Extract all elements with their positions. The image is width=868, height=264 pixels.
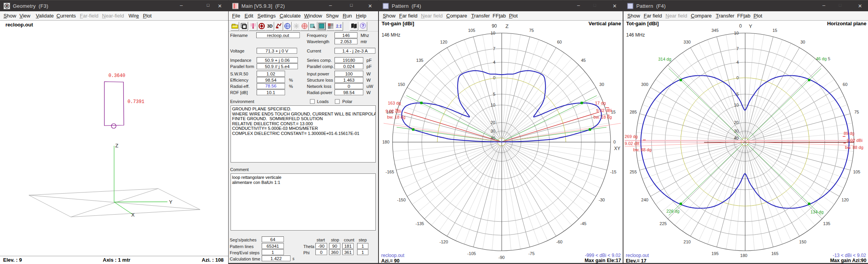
svg-text:75: 75	[529, 28, 534, 33]
svg-text:10: 10	[734, 103, 739, 107]
svg-text:210: 210	[683, 240, 690, 244]
svg-text:225: 225	[660, 221, 667, 226]
svg-text:180: 180	[382, 140, 389, 144]
svg-text:120: 120	[842, 198, 849, 202]
svg-text:X: X	[131, 212, 135, 218]
svg-text:330: 330	[683, 40, 690, 44]
svg-text:10: 10	[491, 103, 495, 107]
svg-text:0.7391: 0.7391	[127, 99, 144, 105]
svg-text:105: 105	[853, 170, 860, 174]
svg-text:105: 105	[468, 28, 475, 33]
svg-text:10: 10	[734, 31, 739, 35]
svg-text:Y: Y	[169, 199, 173, 205]
svg-text:7: 7	[493, 46, 495, 51]
svg-text:300: 300	[641, 82, 648, 87]
svg-text:163 dg: 163 dg	[388, 101, 401, 105]
svg-text:46 dg: 46 dg	[816, 56, 827, 61]
svg-text:345: 345	[711, 28, 718, 33]
svg-text:90: 90	[492, 23, 497, 29]
svg-text:75: 75	[854, 110, 859, 114]
svg-text:9.02 dBi: 9.02 dBi	[596, 108, 612, 113]
svg-text:40: 40	[734, 136, 739, 140]
svg-text:285: 285	[630, 110, 637, 114]
svg-text:-165: -165	[386, 170, 394, 174]
svg-text:60: 60	[843, 82, 847, 87]
svg-text:30: 30	[800, 40, 805, 44]
svg-text:-90: -90	[498, 255, 505, 260]
svg-text:240: 240	[641, 198, 648, 202]
svg-text:0: 0	[739, 23, 742, 29]
svg-text:3D: 3D	[267, 24, 273, 28]
svg-text:bw. 88 dg: bw. 88 dg	[633, 147, 651, 152]
svg-text:-30: -30	[599, 198, 605, 202]
svg-text:45: 45	[581, 58, 586, 63]
svg-text:?: ?	[362, 23, 364, 28]
svg-text:165: 165	[771, 251, 778, 256]
svg-text:15: 15	[773, 28, 777, 33]
svg-text:Y: Y	[749, 23, 752, 29]
svg-text:134 dg: 134 dg	[810, 210, 824, 214]
svg-text:135: 135	[823, 221, 830, 226]
svg-text:-150: -150	[397, 198, 406, 202]
svg-text:0: 0	[613, 140, 616, 144]
svg-text:180: 180	[740, 253, 747, 258]
svg-text:XY: XY	[614, 146, 620, 151]
svg-text:20: 20	[491, 120, 495, 125]
svg-text:-60: -60	[556, 240, 563, 244]
svg-text:bw. 88 dg: bw. 88 dg	[845, 145, 863, 150]
svg-text:-15: -15	[610, 170, 616, 174]
svg-text:120: 120	[440, 40, 447, 44]
svg-text:255: 255	[630, 170, 637, 174]
svg-text:9.02 dBi: 9.02 dBi	[847, 138, 863, 143]
svg-text:4: 4	[736, 60, 739, 65]
svg-text:-75: -75	[528, 251, 535, 256]
svg-text:1:1: 1:1	[336, 24, 342, 28]
svg-text:-45: -45	[580, 221, 586, 226]
svg-text:150: 150	[799, 240, 806, 244]
svg-text:150: 150	[398, 82, 405, 87]
svg-text:bw. 18 dg: bw. 18 dg	[593, 115, 612, 119]
svg-text:269 dg: 269 dg	[625, 134, 638, 139]
svg-text:bw. 18 dg: bw. 18 dg	[387, 115, 405, 119]
svg-text:30: 30	[599, 82, 604, 87]
svg-text:7: 7	[736, 46, 739, 51]
svg-text:60: 60	[557, 40, 562, 44]
svg-text:9.02 dBi: 9.02 dBi	[386, 109, 401, 114]
svg-text:Z: Z	[115, 143, 118, 149]
svg-text:-120: -120	[439, 240, 448, 244]
svg-text:0: 0	[493, 75, 495, 80]
svg-text:226 dg: 226 dg	[666, 209, 680, 213]
svg-text:20: 20	[734, 120, 739, 125]
svg-text:5: 5	[493, 92, 495, 96]
svg-text:9.02 dB: 9.02 dB	[625, 141, 639, 146]
svg-text:0.3640: 0.3640	[108, 73, 125, 79]
svg-text:30: 30	[734, 129, 739, 133]
svg-text:195: 195	[711, 251, 718, 256]
svg-text:89 dg: 89 dg	[843, 131, 854, 136]
svg-text:10: 10	[491, 31, 495, 35]
svg-text:5: 5	[828, 56, 830, 61]
svg-text:30: 30	[491, 129, 495, 133]
svg-text:-135: -135	[416, 221, 424, 226]
svg-text:314 dg: 314 dg	[658, 57, 671, 61]
svg-text:4: 4	[493, 60, 495, 65]
svg-text:0: 0	[736, 75, 739, 80]
svg-text:135: 135	[416, 58, 423, 63]
svg-text:Z: Z	[505, 23, 509, 29]
svg-text:-105: -105	[467, 251, 476, 256]
svg-text:17 dg: 17 dg	[595, 101, 606, 105]
